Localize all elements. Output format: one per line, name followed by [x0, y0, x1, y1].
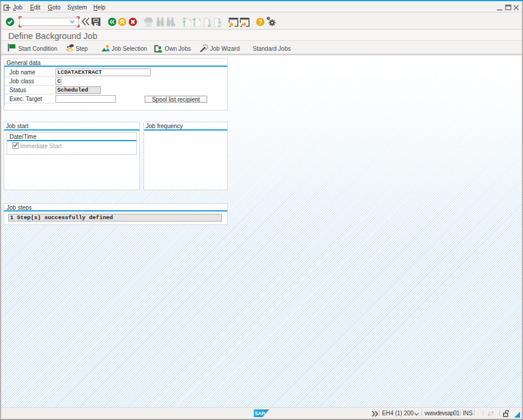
svg-text:SAP: SAP [254, 411, 265, 416]
svg-text:?: ? [259, 19, 262, 25]
